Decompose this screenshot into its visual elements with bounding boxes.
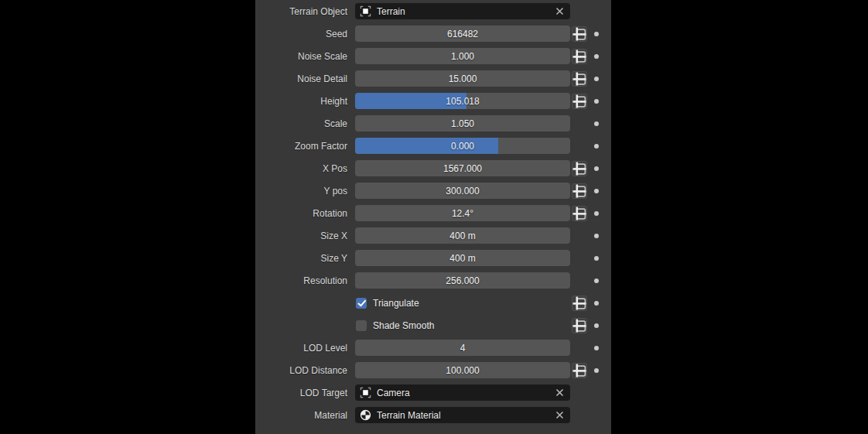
row-height: Height 105.018 (255, 93, 611, 109)
x-pos-field[interactable]: 1567.000 (355, 160, 570, 176)
lod-distance-field[interactable]: 100.000 (355, 362, 570, 378)
size-y-label: Size Y (255, 253, 355, 264)
row-rotation: Rotation 12.4° (255, 205, 611, 221)
clear-lod-target-icon[interactable] (553, 387, 566, 399)
height-value: 105.018 (446, 96, 479, 107)
shade-smooth-decorator-dot[interactable] (594, 323, 599, 328)
seed-attribute-toggle-icon[interactable] (572, 26, 587, 42)
noise-detail-value: 15.000 (449, 73, 477, 84)
y-pos-value: 300.000 (446, 186, 479, 196)
terrain-object-value: Terrain (377, 6, 553, 17)
object-data-icon (360, 5, 371, 17)
size-x-label: Size X (255, 231, 355, 241)
row-noise-detail: Noise Detail 15.000 (255, 70, 611, 87)
resolution-field[interactable]: 256.000 (355, 272, 570, 289)
scale-value: 1.050 (451, 118, 474, 129)
size-x-field[interactable]: 400 m (355, 227, 570, 244)
shade-smooth-checkbox[interactable] (356, 320, 367, 331)
lod-level-decorator-dot[interactable] (594, 346, 599, 350)
zoom-factor-value: 0.000 (451, 141, 474, 152)
rotation-attribute-toggle-icon[interactable] (572, 206, 587, 221)
material-field[interactable]: Terrain Material (355, 407, 570, 423)
noise-scale-value: 1.000 (451, 51, 474, 62)
scale-decorator-dot[interactable] (594, 121, 599, 126)
seed-field[interactable]: 616482 (355, 26, 570, 42)
lod-target-value: Camera (377, 388, 553, 398)
scale-label: Scale (255, 118, 355, 129)
row-seed: Seed 616482 (255, 26, 611, 42)
noise-detail-field[interactable]: 15.000 (355, 70, 570, 87)
rotation-value: 12.4° (452, 208, 473, 219)
size-x-value: 400 m (449, 231, 475, 241)
zoom-factor-label: Zoom Factor (255, 141, 355, 152)
noise-scale-decorator-dot[interactable] (594, 54, 599, 59)
modifier-properties-panel: Terrain Object Terrain Seed 616482 Noise… (255, 0, 611, 434)
y-pos-field[interactable]: 300.000 (355, 183, 570, 199)
height-slider[interactable]: 105.018 (355, 93, 570, 109)
noise-detail-attribute-toggle-icon[interactable] (572, 71, 587, 87)
lod-level-field[interactable]: 4 (355, 340, 570, 356)
lod-distance-attribute-toggle-icon[interactable] (572, 363, 587, 378)
size-y-decorator-dot[interactable] (594, 256, 599, 261)
resolution-label: Resolution (255, 275, 355, 286)
row-lod-distance: LOD Distance 100.000 (255, 362, 611, 378)
height-attribute-toggle-icon[interactable] (572, 94, 587, 109)
terrain-object-field[interactable]: Terrain (355, 3, 570, 19)
row-scale: Scale 1.050 (255, 115, 611, 132)
row-lod-level: LOD Level 4 (255, 340, 611, 356)
height-decorator-dot[interactable] (594, 99, 599, 104)
noise-detail-decorator-dot[interactable] (594, 77, 599, 81)
object-data-icon (360, 387, 371, 398)
clear-terrain-object-icon[interactable] (553, 5, 566, 18)
row-size-x: Size X 400 m (255, 227, 611, 244)
rotation-decorator-dot[interactable] (594, 211, 599, 216)
triangulate-checkbox[interactable] (356, 298, 367, 309)
screenshot-root: { "panel": { "kind": "properties-panel",… (0, 0, 868, 434)
row-size-y: Size Y 400 m (255, 250, 611, 266)
resolution-value: 256.000 (446, 275, 479, 286)
material-label: Material (255, 410, 355, 421)
material-icon (360, 409, 371, 421)
x-pos-value: 1567.000 (443, 163, 482, 174)
y-pos-attribute-toggle-icon[interactable] (572, 183, 587, 199)
lod-target-label: LOD Target (255, 388, 355, 398)
triangulate-decorator-dot[interactable] (594, 301, 599, 306)
size-x-decorator-dot[interactable] (594, 234, 599, 238)
x-pos-label: X Pos (255, 163, 355, 174)
size-y-field[interactable]: 400 m (355, 250, 570, 266)
noise-scale-field[interactable]: 1.000 (355, 48, 570, 64)
scale-field[interactable]: 1.050 (355, 115, 570, 132)
lod-target-field[interactable]: Camera (355, 384, 570, 401)
y-pos-label: Y pos (255, 186, 355, 196)
lod-level-label: LOD Level (255, 343, 355, 354)
x-pos-decorator-dot[interactable] (594, 166, 599, 171)
seed-label: Seed (255, 29, 355, 39)
zoom-factor-decorator-dot[interactable] (594, 144, 599, 149)
seed-value: 616482 (447, 29, 478, 39)
shade-smooth-label: Shade Smooth (373, 320, 434, 331)
noise-scale-attribute-toggle-icon[interactable] (572, 49, 587, 64)
row-y-pos: Y pos 300.000 (255, 183, 611, 199)
row-shade-smooth: Shade Smooth (255, 317, 611, 333)
size-y-value: 400 m (449, 253, 475, 264)
row-noise-scale: Noise Scale 1.000 (255, 48, 611, 64)
zoom-factor-slider-fill (355, 138, 498, 154)
height-label: Height (255, 96, 355, 107)
clear-material-icon[interactable] (553, 409, 566, 422)
x-pos-attribute-toggle-icon[interactable] (572, 161, 587, 176)
row-lod-target: LOD Target Camera (255, 384, 611, 401)
shade-smooth-attribute-toggle-icon[interactable] (572, 318, 587, 333)
material-value: Terrain Material (377, 410, 553, 421)
rotation-label: Rotation (255, 208, 355, 219)
lod-distance-label: LOD Distance (255, 365, 355, 376)
noise-scale-label: Noise Scale (255, 51, 355, 62)
seed-decorator-dot[interactable] (594, 32, 599, 36)
row-resolution: Resolution 256.000 (255, 272, 611, 289)
row-x-pos: X Pos 1567.000 (255, 160, 611, 176)
lod-distance-decorator-dot[interactable] (594, 368, 599, 373)
zoom-factor-slider[interactable]: 0.000 (355, 138, 570, 154)
triangulate-attribute-toggle-icon[interactable] (572, 296, 587, 311)
y-pos-decorator-dot[interactable] (594, 189, 599, 193)
resolution-decorator-dot[interactable] (594, 279, 599, 283)
rotation-field[interactable]: 12.4° (355, 205, 570, 221)
